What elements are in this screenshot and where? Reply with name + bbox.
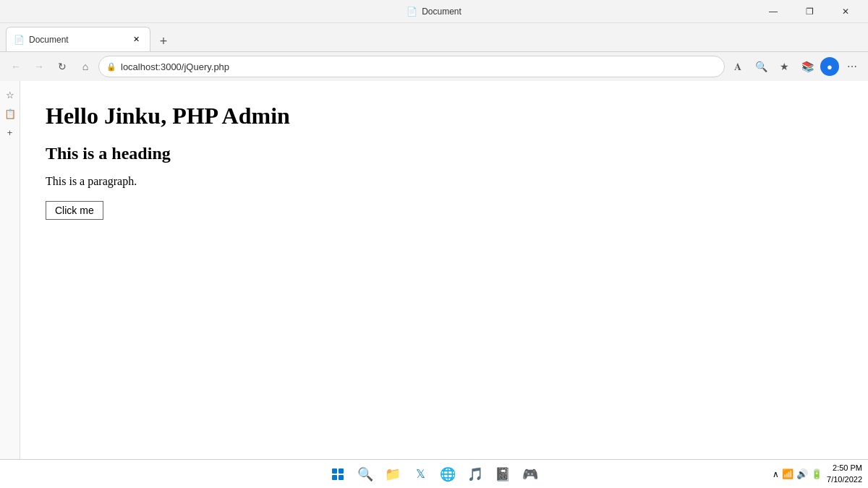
taskbar-search-icon[interactable]: 🔍 — [352, 461, 378, 487]
wifi-icon: 📶 — [782, 468, 793, 479]
system-clock[interactable]: 2:50 PM 7/10/2022 — [827, 463, 862, 485]
title-bar: 📄 Document — ❐ ✕ — [0, 0, 868, 23]
new-tab-button[interactable]: + — [153, 31, 174, 51]
page-content: Hello Jinku, PHP Admin This is a heading… — [20, 81, 868, 488]
windows-start-button[interactable] — [325, 461, 351, 487]
close-button[interactable]: ✕ — [829, 0, 862, 23]
tab-bar: 📄 Document ✕ + — [0, 23, 868, 52]
clock-time: 2:50 PM — [827, 463, 862, 474]
window-controls: — ❐ ✕ — [757, 0, 862, 23]
address-bar[interactable]: 🔒 localhost:3000/jQuery.php — [98, 56, 725, 77]
tab-favicon: 📄 — [14, 35, 25, 45]
search-button[interactable]: 🔍 — [751, 56, 771, 77]
refresh-button[interactable]: ↻ — [52, 56, 72, 77]
browser-body: ☆ 📋 + Hello Jinku, PHP Admin This is a h… — [0, 81, 868, 488]
url-text: localhost:3000/jQuery.php — [121, 61, 717, 72]
settings-button[interactable]: ⋯ — [842, 56, 862, 77]
taskbar-spotify-icon[interactable]: 🎵 — [462, 461, 488, 487]
taskbar-vscode-icon[interactable]: 𝕏 — [407, 461, 433, 487]
favorites-button[interactable]: ★ — [774, 56, 794, 77]
system-tray: ∧ 📶 🔊 🔋 — [773, 468, 822, 479]
active-tab[interactable]: 📄 Document ✕ — [6, 27, 150, 51]
document-icon: 📄 — [407, 7, 417, 17]
taskbar-right: ∧ 📶 🔊 🔋 2:50 PM 7/10/2022 — [773, 463, 862, 485]
clock-date: 7/10/2022 — [827, 474, 862, 485]
collections-button[interactable]: 📚 — [797, 56, 817, 77]
page-heading-2: This is a heading — [46, 144, 843, 163]
sidebar-history-button[interactable]: 📋 — [2, 106, 18, 121]
page-heading-1: Hello Jinku, PHP Admin — [46, 103, 843, 129]
profile-button[interactable]: ● — [820, 57, 839, 76]
battery-icon: 🔋 — [811, 468, 822, 479]
taskbar: 🔍 📁 𝕏 🌐 🎵 📓 🎮 ∧ 📶 🔊 🔋 2:50 PM 7/10/2022 — [0, 459, 868, 488]
sidebar: ☆ 📋 + — [0, 81, 20, 488]
sidebar-favorites-button[interactable]: ☆ — [2, 87, 18, 103]
maximize-button[interactable]: ❐ — [793, 0, 826, 23]
sidebar-add-button[interactable]: + — [2, 124, 18, 140]
click-me-button[interactable]: Click me — [46, 201, 103, 220]
tab-title: Document — [29, 35, 125, 45]
taskbar-gaming-icon[interactable]: 🎮 — [517, 461, 543, 487]
home-button[interactable]: ⌂ — [75, 56, 95, 77]
forward-button[interactable]: → — [29, 56, 49, 77]
read-aloud-button[interactable]: 𝐀 — [728, 56, 748, 77]
taskbar-notion-icon[interactable]: 📓 — [490, 461, 516, 487]
taskbar-explorer-icon[interactable]: 📁 — [380, 461, 406, 487]
window-title: Document — [422, 7, 461, 17]
nav-bar: ← → ↻ ⌂ 🔒 localhost:3000/jQuery.php 𝐀 🔍 … — [0, 52, 868, 81]
volume-icon: 🔊 — [796, 468, 808, 479]
page-paragraph: This is a paragraph. — [46, 175, 843, 188]
chevron-up-icon[interactable]: ∧ — [773, 469, 779, 479]
tab-close-button[interactable]: ✕ — [129, 33, 142, 46]
taskbar-edge-icon[interactable]: 🌐 — [435, 461, 461, 487]
title-bar-title: 📄 Document — [407, 7, 461, 17]
security-icon: 🔒 — [106, 62, 116, 72]
back-button[interactable]: ← — [6, 56, 26, 77]
taskbar-center: 🔍 📁 𝕏 🌐 🎵 📓 🎮 — [325, 461, 543, 487]
minimize-button[interactable]: — — [757, 0, 790, 23]
nav-right-controls: 𝐀 🔍 ★ 📚 ● ⋯ — [728, 56, 862, 77]
